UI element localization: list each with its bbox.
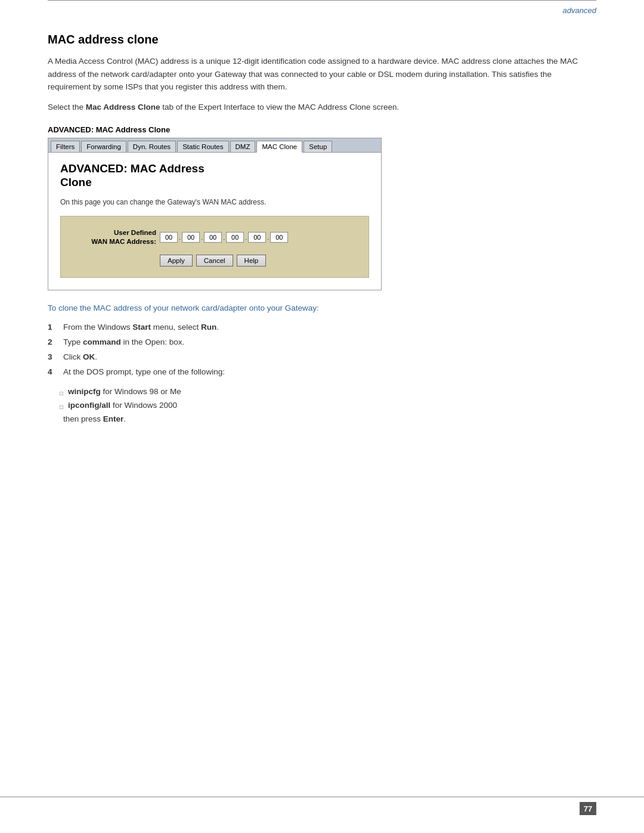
mac-octet-6[interactable] xyxy=(270,232,288,243)
mac-form-area: User Defined WAN MAC Address: . . . . . xyxy=(60,216,369,278)
header-label: advanced xyxy=(563,6,596,15)
select-instruction: Select the Mac Address Clone tab of the … xyxy=(48,101,596,114)
bullet-winipcfg: □ winipcfg for Windows 98 or Me xyxy=(48,385,596,399)
cancel-button[interactable]: Cancel xyxy=(196,255,233,267)
command-bold: command xyxy=(83,337,121,346)
ok-bold: OK xyxy=(83,352,95,361)
mac-dot-2: . xyxy=(200,234,204,241)
mac-octet-3[interactable] xyxy=(204,232,222,243)
mac-dot-4: . xyxy=(244,234,248,241)
tab-dmz[interactable]: DMZ xyxy=(230,141,256,152)
steps-list: 1 From the Windows Start menu, select Ru… xyxy=(48,321,596,379)
screen-subtitle: On this page you can change the Gateway'… xyxy=(60,198,369,206)
screen-title: ADVANCED: MAC Address Clone xyxy=(60,162,369,190)
page-title: MAC address clone xyxy=(48,33,596,47)
mac-field-row: User Defined WAN MAC Address: . . . . . xyxy=(73,228,357,246)
bullet-ipconfig: □ ipconfig/all for Windows 2000 xyxy=(48,399,596,413)
mac-octet-5[interactable] xyxy=(248,232,266,243)
page-number: 77 xyxy=(580,802,596,815)
enter-bold: Enter xyxy=(103,414,124,423)
mac-dot-5: . xyxy=(266,234,270,241)
bullet-icon-2: □ xyxy=(60,402,63,412)
tab-forwarding[interactable]: Forwarding xyxy=(81,141,126,152)
step-1: 1 From the Windows Start menu, select Ru… xyxy=(48,321,596,335)
button-row: Apply Cancel Help xyxy=(160,255,357,267)
intro-paragraph: A Media Access Control (MAC) address is … xyxy=(48,55,596,94)
step-2: 2 Type command in the Open: box. xyxy=(48,336,596,349)
tab-dyn-routes[interactable]: Dyn. Routes xyxy=(128,141,176,152)
apply-button[interactable]: Apply xyxy=(160,255,193,267)
tab-filters[interactable]: Filters xyxy=(51,141,80,152)
top-bar: advanced xyxy=(48,0,596,15)
tab-mac-clone[interactable]: MAC Clone xyxy=(256,141,302,153)
figure-caption: ADVANCED: MAC Address Clone xyxy=(48,125,596,134)
screenshot-box: Filters Forwarding Dyn. Routes Static Ro… xyxy=(48,138,382,290)
mac-octet-1[interactable] xyxy=(160,232,178,243)
start-bold: Start xyxy=(132,323,151,332)
bullet-list: □ winipcfg for Windows 98 or Me □ ipconf… xyxy=(48,385,596,413)
mac-field-label: User Defined WAN MAC Address: xyxy=(73,228,156,246)
page-container: advanced MAC address clone A Media Acces… xyxy=(0,0,644,833)
ipconfig-bold: ipconfig/all xyxy=(68,401,110,410)
tab-setup[interactable]: Setup xyxy=(304,141,332,152)
help-button[interactable]: Help xyxy=(237,255,267,267)
tab-static-routes[interactable]: Static Routes xyxy=(177,141,228,152)
step-3: 3 Click OK. xyxy=(48,351,596,364)
mac-octet-4[interactable] xyxy=(226,232,244,243)
mac-octet-2[interactable] xyxy=(182,232,200,243)
bottom-bar: 77 xyxy=(0,797,644,815)
tab-bar: Filters Forwarding Dyn. Routes Static Ro… xyxy=(48,138,381,153)
mac-dot-3: . xyxy=(222,234,226,241)
then-press: then press Enter. xyxy=(48,414,596,423)
screenshot-content: ADVANCED: MAC Address Clone On this page… xyxy=(48,153,381,289)
mac-dot-1: . xyxy=(178,234,182,241)
mac-inputs: . . . . . xyxy=(160,232,288,243)
run-bold: Run xyxy=(201,323,216,332)
winipcfg-bold: winipcfg xyxy=(68,387,101,396)
step-4: 4 At the DOS prompt, type one of the fol… xyxy=(48,366,596,379)
mac-address-clone-bold: Mac Address Clone xyxy=(86,103,160,112)
clone-link[interactable]: To clone the MAC address of your network… xyxy=(48,304,596,312)
bullet-icon-1: □ xyxy=(60,388,63,398)
